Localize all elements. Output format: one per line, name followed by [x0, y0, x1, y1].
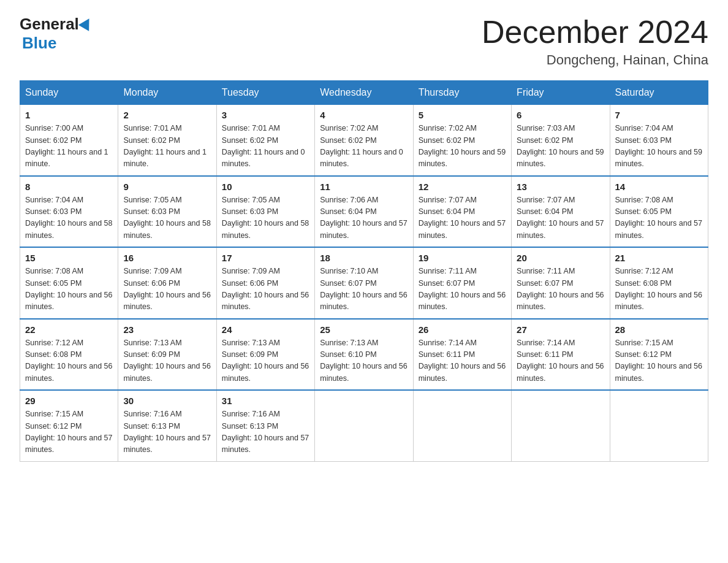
table-row: 25 Sunrise: 7:13 AM Sunset: 6:10 PM Dayl…: [315, 319, 413, 391]
table-row: 27 Sunrise: 7:14 AM Sunset: 6:11 PM Dayl…: [512, 319, 610, 391]
day-number: 24: [222, 324, 309, 335]
day-number: 17: [222, 253, 309, 263]
day-info: Sunrise: 7:08 AM Sunset: 6:05 PM Dayligh…: [25, 266, 113, 313]
day-number: 13: [517, 182, 604, 192]
day-info: Sunrise: 7:04 AM Sunset: 6:03 PM Dayligh…: [25, 194, 113, 242]
day-info: Sunrise: 7:00 AM Sunset: 6:02 PM Dayligh…: [25, 123, 113, 170]
table-row: 12 Sunrise: 7:07 AM Sunset: 6:04 PM Dayl…: [413, 176, 511, 248]
day-info: Sunrise: 7:15 AM Sunset: 6:12 PM Dayligh…: [25, 408, 113, 456]
logo: General Blue: [20, 15, 94, 53]
table-row: 3 Sunrise: 7:01 AM Sunset: 6:02 PM Dayli…: [216, 105, 314, 176]
col-monday: Monday: [118, 81, 216, 105]
table-row: 24 Sunrise: 7:13 AM Sunset: 6:09 PM Dayl…: [216, 319, 314, 391]
day-info: Sunrise: 7:11 AM Sunset: 6:07 PM Dayligh…: [517, 266, 604, 313]
day-info: Sunrise: 7:13 AM Sunset: 6:09 PM Dayligh…: [123, 337, 211, 385]
table-row: 26 Sunrise: 7:14 AM Sunset: 6:11 PM Dayl…: [413, 319, 511, 391]
header-row: Sunday Monday Tuesday Wednesday Thursday…: [20, 81, 708, 105]
table-row: 11 Sunrise: 7:06 AM Sunset: 6:04 PM Dayl…: [315, 176, 413, 248]
table-row: 9 Sunrise: 7:05 AM Sunset: 6:03 PM Dayli…: [118, 176, 216, 248]
day-info: Sunrise: 7:06 AM Sunset: 6:04 PM Dayligh…: [320, 194, 408, 242]
table-row: [610, 390, 708, 461]
col-friday: Friday: [512, 81, 610, 105]
logo-general: General: [20, 15, 79, 34]
table-row: 7 Sunrise: 7:04 AM Sunset: 6:03 PM Dayli…: [610, 105, 708, 176]
logo-text: General: [20, 15, 94, 34]
day-info: Sunrise: 7:04 AM Sunset: 6:03 PM Dayligh…: [615, 123, 703, 170]
day-info: Sunrise: 7:10 AM Sunset: 6:07 PM Dayligh…: [320, 266, 408, 313]
table-row: 8 Sunrise: 7:04 AM Sunset: 6:03 PM Dayli…: [20, 176, 118, 248]
table-row: 21 Sunrise: 7:12 AM Sunset: 6:08 PM Dayl…: [610, 247, 708, 319]
calendar-week-row: 29 Sunrise: 7:15 AM Sunset: 6:12 PM Dayl…: [20, 390, 708, 461]
day-info: Sunrise: 7:03 AM Sunset: 6:02 PM Dayligh…: [517, 123, 604, 170]
day-number: 6: [517, 110, 604, 120]
table-row: 14 Sunrise: 7:08 AM Sunset: 6:05 PM Dayl…: [610, 176, 708, 248]
day-info: Sunrise: 7:14 AM Sunset: 6:11 PM Dayligh…: [517, 337, 604, 385]
table-row: 6 Sunrise: 7:03 AM Sunset: 6:02 PM Dayli…: [512, 105, 610, 176]
day-info: Sunrise: 7:16 AM Sunset: 6:13 PM Dayligh…: [123, 408, 211, 456]
table-row: 31 Sunrise: 7:16 AM Sunset: 6:13 PM Dayl…: [216, 390, 314, 461]
table-row: 13 Sunrise: 7:07 AM Sunset: 6:04 PM Dayl…: [512, 176, 610, 248]
day-number: 25: [320, 324, 408, 335]
day-number: 26: [419, 324, 506, 335]
day-number: 10: [222, 182, 309, 192]
day-info: Sunrise: 7:12 AM Sunset: 6:08 PM Dayligh…: [615, 266, 703, 313]
day-info: Sunrise: 7:08 AM Sunset: 6:05 PM Dayligh…: [615, 194, 703, 242]
table-row: [413, 390, 511, 461]
day-number: 28: [615, 324, 703, 335]
logo-blue: Blue: [22, 34, 56, 52]
table-row: 22 Sunrise: 7:12 AM Sunset: 6:08 PM Dayl…: [20, 319, 118, 391]
day-info: Sunrise: 7:07 AM Sunset: 6:04 PM Dayligh…: [517, 194, 604, 242]
table-row: 16 Sunrise: 7:09 AM Sunset: 6:06 PM Dayl…: [118, 247, 216, 319]
day-number: 16: [123, 253, 211, 263]
table-row: 15 Sunrise: 7:08 AM Sunset: 6:05 PM Dayl…: [20, 247, 118, 319]
calendar-week-row: 22 Sunrise: 7:12 AM Sunset: 6:08 PM Dayl…: [20, 319, 708, 391]
table-row: 17 Sunrise: 7:09 AM Sunset: 6:06 PM Dayl…: [216, 247, 314, 319]
table-row: 4 Sunrise: 7:02 AM Sunset: 6:02 PM Dayli…: [315, 105, 413, 176]
day-info: Sunrise: 7:13 AM Sunset: 6:10 PM Dayligh…: [320, 337, 408, 385]
day-number: 20: [517, 253, 604, 263]
logo-triangle-icon: [78, 15, 94, 31]
table-row: 28 Sunrise: 7:15 AM Sunset: 6:12 PM Dayl…: [610, 319, 708, 391]
day-info: Sunrise: 7:01 AM Sunset: 6:02 PM Dayligh…: [222, 123, 309, 170]
table-row: 2 Sunrise: 7:01 AM Sunset: 6:02 PM Dayli…: [118, 105, 216, 176]
day-number: 7: [615, 110, 703, 120]
day-info: Sunrise: 7:15 AM Sunset: 6:12 PM Dayligh…: [615, 337, 703, 385]
day-number: 29: [25, 396, 113, 406]
day-number: 11: [320, 182, 408, 192]
page-header: General Blue December 2024 Dongcheng, Ha…: [20, 15, 708, 68]
day-info: Sunrise: 7:05 AM Sunset: 6:03 PM Dayligh…: [222, 194, 309, 242]
day-number: 2: [123, 110, 211, 120]
calendar-week-row: 15 Sunrise: 7:08 AM Sunset: 6:05 PM Dayl…: [20, 247, 708, 319]
title-area: December 2024 Dongcheng, Hainan, China: [482, 15, 708, 68]
table-row: 18 Sunrise: 7:10 AM Sunset: 6:07 PM Dayl…: [315, 247, 413, 319]
day-number: 9: [123, 182, 211, 192]
day-info: Sunrise: 7:16 AM Sunset: 6:13 PM Dayligh…: [222, 408, 309, 456]
calendar-week-row: 1 Sunrise: 7:00 AM Sunset: 6:02 PM Dayli…: [20, 105, 708, 176]
day-number: 19: [419, 253, 506, 263]
col-thursday: Thursday: [413, 81, 511, 105]
day-number: 5: [419, 110, 506, 120]
table-row: 20 Sunrise: 7:11 AM Sunset: 6:07 PM Dayl…: [512, 247, 610, 319]
calendar-table: Sunday Monday Tuesday Wednesday Thursday…: [20, 80, 708, 462]
table-row: 30 Sunrise: 7:16 AM Sunset: 6:13 PM Dayl…: [118, 390, 216, 461]
table-row: 19 Sunrise: 7:11 AM Sunset: 6:07 PM Dayl…: [413, 247, 511, 319]
day-info: Sunrise: 7:14 AM Sunset: 6:11 PM Dayligh…: [419, 337, 506, 385]
table-row: 29 Sunrise: 7:15 AM Sunset: 6:12 PM Dayl…: [20, 390, 118, 461]
day-info: Sunrise: 7:01 AM Sunset: 6:02 PM Dayligh…: [123, 123, 211, 170]
day-info: Sunrise: 7:05 AM Sunset: 6:03 PM Dayligh…: [123, 194, 211, 242]
table-row: [315, 390, 413, 461]
day-info: Sunrise: 7:02 AM Sunset: 6:02 PM Dayligh…: [320, 123, 408, 170]
col-sunday: Sunday: [20, 81, 118, 105]
table-row: [512, 390, 610, 461]
day-number: 18: [320, 253, 408, 263]
day-number: 31: [222, 396, 309, 406]
table-row: 5 Sunrise: 7:02 AM Sunset: 6:02 PM Dayli…: [413, 105, 511, 176]
day-number: 1: [25, 110, 113, 120]
day-number: 30: [123, 396, 211, 406]
day-info: Sunrise: 7:09 AM Sunset: 6:06 PM Dayligh…: [222, 266, 309, 313]
day-info: Sunrise: 7:07 AM Sunset: 6:04 PM Dayligh…: [419, 194, 506, 242]
table-row: 10 Sunrise: 7:05 AM Sunset: 6:03 PM Dayl…: [216, 176, 314, 248]
day-number: 14: [615, 182, 703, 192]
calendar-week-row: 8 Sunrise: 7:04 AM Sunset: 6:03 PM Dayli…: [20, 176, 708, 248]
col-tuesday: Tuesday: [216, 81, 314, 105]
